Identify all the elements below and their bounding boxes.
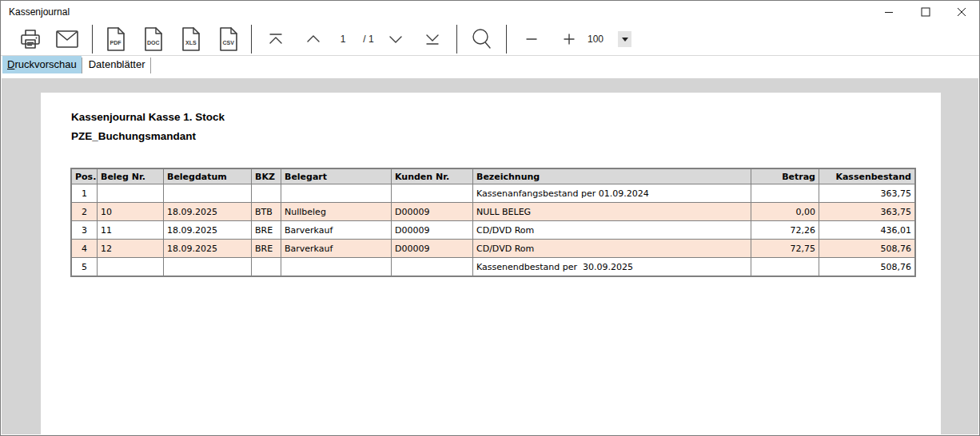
- tab-druckvorschau[interactable]: Druckvorschau: [2, 56, 82, 73]
- close-button[interactable]: [947, 1, 976, 23]
- tab-label-accel: D: [7, 58, 14, 70]
- previous-page-button[interactable]: [300, 30, 327, 49]
- cell-bkz: [252, 258, 281, 276]
- cell-kunden-nr: [392, 258, 473, 276]
- cell-bezeichnung: CD/DVD Rom: [473, 221, 751, 240]
- previous-page-icon: [305, 33, 322, 46]
- maximize-button[interactable]: [911, 1, 940, 23]
- export-xls-icon: XLS: [180, 26, 202, 52]
- export-doc-button[interactable]: DOC: [140, 26, 167, 53]
- cell-belegdatum: 18.09.2025: [164, 203, 252, 221]
- cell-pos: 5: [72, 258, 98, 276]
- cell-bezeichnung: CD/DVD Rom: [473, 240, 751, 258]
- cell-pos: 1: [72, 184, 98, 203]
- table-row: 1 Kassenanfangsbestand per 01.09.2024 36…: [72, 184, 915, 203]
- table-row: 3 11 18.09.2025 BRE Barverkauf D00009 CD…: [72, 221, 915, 240]
- cell-bkz: BTB: [252, 203, 281, 221]
- search-button[interactable]: [468, 26, 496, 53]
- cell-belegart: Barverkauf: [281, 221, 392, 240]
- cell-betrag: 0,00: [751, 203, 819, 221]
- header-kassenbestand: Kassenbestand: [819, 169, 915, 184]
- maximize-icon: [921, 7, 930, 17]
- cell-belegdatum: 18.09.2025: [164, 221, 252, 240]
- cell-belegart: Nullbeleg: [281, 203, 392, 221]
- zoom-dropdown-button[interactable]: [618, 31, 631, 47]
- export-csv-button[interactable]: CSV: [215, 26, 242, 53]
- cell-bkz: BRE: [252, 221, 281, 240]
- zoom-dropdown-icon: [622, 38, 628, 42]
- header-kunden-nr: Kunden Nr.: [392, 169, 473, 184]
- tab-label: ruckvorschau: [14, 58, 76, 70]
- cell-bkz: [252, 184, 281, 203]
- header-belegdatum: Belegdatum: [164, 169, 252, 184]
- cell-belegart: [281, 258, 392, 276]
- cell-belegart: [281, 184, 392, 203]
- header-beleg-nr: Beleg Nr.: [98, 169, 164, 184]
- cell-beleg-nr: 10: [98, 203, 164, 221]
- export-pdf-button[interactable]: PDF: [102, 26, 129, 53]
- tab-bar: Druckvorschau Datenblätter: [1, 56, 979, 77]
- cell-betrag: [751, 184, 819, 203]
- close-icon: [957, 7, 966, 17]
- cell-kassenbestand: 508,76: [819, 258, 915, 276]
- print-preview-area[interactable]: Kassenjournal Kasse 1. Stock PZE_Buchung…: [2, 78, 978, 434]
- table-row: 5 Kassenendbestand per 30.09.2025 508,76: [72, 258, 915, 276]
- svg-text:CSV: CSV: [223, 40, 235, 46]
- cell-beleg-nr: 11: [98, 221, 164, 240]
- cell-pos: 3: [72, 221, 98, 240]
- cell-betrag: 72,75: [751, 240, 819, 258]
- search-icon: [470, 27, 494, 51]
- cell-kassenbestand: 363,75: [819, 184, 915, 203]
- cell-beleg-nr: [98, 258, 164, 276]
- header-pos: Pos.: [72, 169, 98, 184]
- next-page-button[interactable]: [382, 30, 409, 49]
- next-page-icon: [387, 33, 404, 46]
- svg-text:XLS: XLS: [185, 40, 197, 46]
- cell-beleg-nr: 12: [98, 240, 164, 258]
- cell-bezeichnung: NULL BELEG: [473, 203, 751, 221]
- page-total-label: / 1: [357, 34, 380, 45]
- cell-kunden-nr: D00009: [392, 240, 473, 258]
- zoom-in-button[interactable]: [556, 30, 583, 49]
- zoom-level-value[interactable]: 100: [580, 34, 611, 45]
- cell-belegdatum: [164, 258, 252, 276]
- zoom-in-icon: [562, 32, 576, 46]
- header-bkz: BKZ: [252, 169, 281, 184]
- table-header-row: Pos. Beleg Nr. Belegdatum BKZ Belegart K…: [72, 169, 915, 184]
- header-belegart: Belegart: [281, 169, 392, 184]
- tab-datenblaetter[interactable]: Datenblätter: [84, 56, 150, 73]
- cell-bezeichnung: Kassenendbestand per 30.09.2025: [473, 258, 751, 276]
- print-button[interactable]: [17, 26, 44, 53]
- svg-text:DOC: DOC: [147, 40, 160, 46]
- toolbar: PDF DOC XLS CSV: [1, 23, 979, 56]
- table-row: 2 10 18.09.2025 BTB Nullbeleg D00009 NUL…: [72, 203, 915, 221]
- minimize-button[interactable]: [874, 1, 903, 23]
- minimize-icon: [884, 7, 894, 17]
- app-window: Kassenjournal: [0, 0, 980, 436]
- table-row: 4 12 18.09.2025 BRE Barverkauf D00009 CD…: [72, 240, 915, 258]
- cell-beleg-nr: [98, 184, 164, 203]
- export-doc-icon: DOC: [142, 26, 165, 52]
- tab-label: Datenblätter: [89, 58, 145, 70]
- svg-text:PDF: PDF: [110, 40, 122, 46]
- page-number-input[interactable]: 1: [333, 34, 353, 45]
- cell-pos: 2: [72, 203, 98, 221]
- cell-bezeichnung: Kassenanfangsbestand per 01.09.2024: [473, 184, 751, 203]
- zoom-out-button[interactable]: [518, 30, 545, 49]
- export-xls-button[interactable]: XLS: [177, 26, 205, 53]
- toolbar-separator: [251, 25, 252, 54]
- title-bar: Kassenjournal: [1, 1, 979, 23]
- toolbar-separator: [456, 25, 457, 54]
- report-subtitle: PZE_Buchungsmandant: [71, 130, 941, 142]
- cell-kunden-nr: [392, 184, 473, 203]
- cell-betrag: [751, 258, 819, 276]
- cell-betrag: 72,26: [751, 221, 819, 240]
- toolbar-separator: [506, 25, 507, 54]
- export-pdf-icon: PDF: [105, 26, 127, 52]
- preview-page: Kassenjournal Kasse 1. Stock PZE_Buchung…: [41, 93, 941, 434]
- cell-kunden-nr: D00009: [392, 203, 473, 221]
- first-page-button[interactable]: [262, 30, 289, 49]
- cell-bkz: BRE: [252, 240, 281, 258]
- last-page-button[interactable]: [419, 30, 446, 49]
- email-button[interactable]: [54, 26, 81, 53]
